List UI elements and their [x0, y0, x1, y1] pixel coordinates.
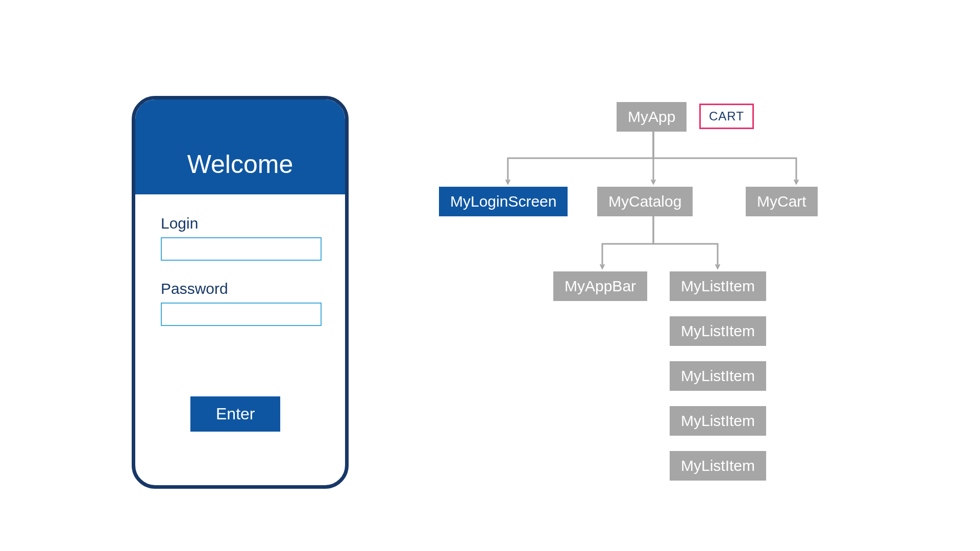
- login-label: Login: [161, 215, 320, 232]
- phone-mockup: Welcome Login Password Enter: [132, 96, 349, 489]
- tree-node-mylistitem: MyListItem: [670, 406, 766, 436]
- enter-button[interactable]: Enter: [190, 396, 280, 432]
- tree-node-myloginscreen: MyLoginScreen: [439, 187, 568, 216]
- password-label: Password: [161, 280, 320, 297]
- tree-node-myapp: MyApp: [617, 102, 687, 132]
- tree-node-mylistitem: MyListItem: [670, 451, 766, 481]
- cart-state-badge: CART: [699, 104, 754, 129]
- password-input[interactable]: [161, 303, 322, 326]
- tree-node-myappbar: MyAppBar: [553, 271, 647, 301]
- login-form: Login Password Enter: [135, 194, 345, 432]
- widget-tree-diagram: MyApp CART MyLoginScreen MyCatalog MyCar…: [439, 102, 914, 480]
- tree-node-mylistitem: MyListItem: [670, 271, 766, 301]
- tree-node-mylistitem: MyListItem: [670, 316, 766, 346]
- login-input[interactable]: [161, 237, 322, 261]
- tree-node-mycatalog: MyCatalog: [597, 187, 693, 216]
- tree-node-mycart: MyCart: [746, 187, 818, 216]
- tree-node-mylistitem: MyListItem: [670, 361, 766, 391]
- welcome-title: Welcome: [187, 149, 293, 179]
- phone-appbar: Welcome: [135, 99, 345, 194]
